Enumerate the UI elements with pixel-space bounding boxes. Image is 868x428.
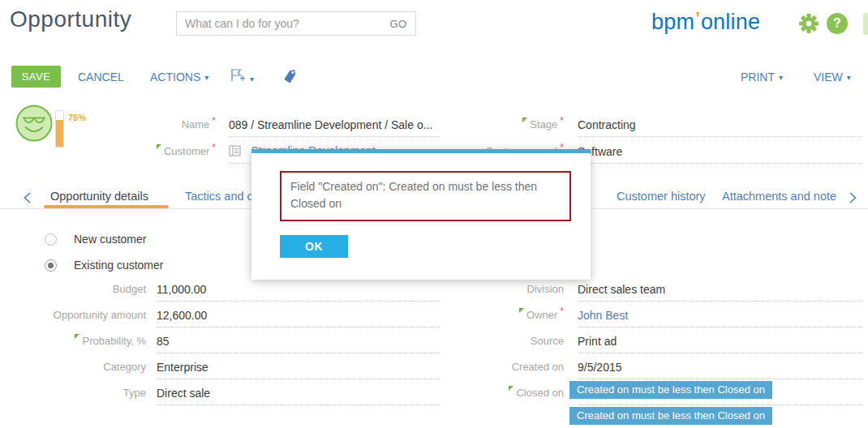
command-line[interactable]: GO	[176, 11, 416, 36]
radio-circle-selected[interactable]	[45, 259, 57, 272]
field-row-owner: Owner* John Best	[454, 302, 862, 327]
help-icon[interactable]: ?	[827, 13, 848, 34]
settings-gear-icon[interactable]	[798, 13, 819, 34]
name-label: Name	[182, 118, 210, 131]
stage-value[interactable]: Contracting	[578, 118, 862, 137]
opportunity-amount-value[interactable]: 12,600.00	[157, 309, 440, 327]
search-go-button[interactable]: GO	[381, 18, 415, 30]
modified-marker-icon	[157, 144, 161, 149]
validation-tooltip: Created on must be less then Closed on	[569, 407, 772, 425]
opportunity-amount-label: Opportunity amount	[54, 309, 146, 321]
radio-existing-customer[interactable]: Existing customer	[45, 259, 163, 272]
field-row-type: Type Direct sale	[11, 379, 440, 405]
tabs-scroll-right-icon[interactable]	[849, 191, 857, 208]
tab-opportunity-details[interactable]: Opportunity details	[50, 190, 148, 203]
validation-tooltip: Created on must be less then Closed on	[569, 381, 772, 399]
customer-label: Customer	[164, 145, 209, 157]
name-value[interactable]: 089 / Streamline Development / Sale o...	[229, 118, 440, 137]
division-value[interactable]: Direct sales team	[578, 283, 862, 302]
tab-tactics-and-competitors[interactable]: Tactics and co	[185, 190, 260, 203]
field-row-source: Source Print ad	[454, 327, 862, 353]
logo-text-bpm: bpm	[651, 10, 694, 34]
source-value[interactable]: Print ad	[578, 335, 862, 353]
modified-marker-icon	[75, 334, 79, 339]
owner-label: Owner	[526, 309, 557, 321]
budget-value[interactable]: 11,000.00	[157, 283, 440, 302]
chevron-down-icon: ▾	[847, 73, 851, 82]
field-row-name: Name* 089 / Streamline Development / Sal…	[11, 110, 440, 137]
radio-circle-unselected[interactable]	[45, 233, 57, 246]
tag-icon[interactable]	[282, 69, 298, 88]
logo-text-online: online	[701, 10, 760, 34]
type-value[interactable]: Direct sale	[157, 387, 440, 405]
division-label: Division	[526, 283, 564, 295]
field-row-category: Category Enterprise	[11, 353, 440, 379]
modified-marker-icon	[519, 308, 524, 313]
field-row-opportunity-amount: Opportunity amount 12,600.00	[11, 302, 440, 327]
category-value[interactable]: Enterprise	[157, 361, 440, 379]
required-asterisk: *	[212, 115, 216, 126]
created-on-label: Created on	[512, 361, 564, 373]
chevron-down-icon: ▾	[250, 75, 254, 83]
stage-label: Stage	[530, 118, 557, 131]
opportunity-page: Opportunity GO bpm’online ? SAVE CANCEL …	[0, 0, 868, 428]
required-asterisk: *	[212, 142, 216, 153]
created-on-value[interactable]: 9/5/2015	[578, 361, 862, 379]
closed-on-label: Closed on	[516, 387, 564, 399]
modified-marker-icon	[522, 118, 527, 122]
category-label: Category	[103, 361, 146, 373]
tab-attachments-and-notes[interactable]: Attachments and note	[722, 190, 836, 203]
radio-label[interactable]: New customer	[74, 233, 146, 246]
probability-value[interactable]: 85	[157, 335, 440, 353]
account-card-icon	[229, 145, 244, 159]
bpmonline-logo: bpm’online	[651, 10, 760, 35]
type-label: Type	[123, 387, 146, 399]
search-input[interactable]	[177, 17, 381, 30]
details-left-column: Budget 11,000.00 Opportunity amount 12,6…	[11, 276, 440, 405]
tab-customer-history[interactable]: Customer history	[617, 190, 706, 203]
print-dropdown[interactable]: PRINT▾	[741, 71, 783, 83]
validation-dialog: Field "Created on": Created on must be l…	[251, 149, 591, 280]
customer-need-value[interactable]: Software	[578, 145, 862, 164]
budget-label: Budget	[113, 283, 146, 295]
add-process-flag-button[interactable]: ▾	[230, 68, 254, 86]
field-row-created-on: Created on 9/5/2015	[454, 353, 862, 379]
source-label: Source	[531, 335, 564, 347]
actions-dropdown[interactable]: ACTIONS▾	[150, 71, 208, 83]
required-asterisk: *	[560, 115, 564, 126]
cancel-button[interactable]: CANCEL	[78, 71, 124, 83]
validation-message: Field "Created on": Created on must be l…	[280, 171, 571, 221]
modified-marker-icon	[509, 386, 513, 391]
tabs-scroll-left-icon[interactable]	[23, 191, 32, 208]
chevron-down-icon: ▾	[779, 73, 783, 82]
chevron-down-icon: ▾	[204, 73, 208, 82]
probability-label: Probability, %	[82, 335, 146, 347]
radio-label[interactable]: Existing customer	[74, 259, 163, 272]
required-asterisk: *	[560, 306, 564, 317]
view-dropdown[interactable]: VIEW▾	[814, 71, 851, 83]
page-title: Opportunity	[10, 6, 131, 32]
partial-avatar-sliver	[863, 13, 868, 35]
radio-new-customer[interactable]: New customer	[45, 233, 146, 246]
ok-button[interactable]: OK	[280, 235, 348, 258]
save-button[interactable]: SAVE	[11, 66, 61, 88]
logo-apostrophe: ’	[695, 9, 700, 27]
field-row-probability: Probability, % 85	[11, 327, 440, 353]
field-row-stage: Stage* Contracting	[454, 110, 862, 137]
owner-link[interactable]: John Best	[578, 309, 862, 327]
